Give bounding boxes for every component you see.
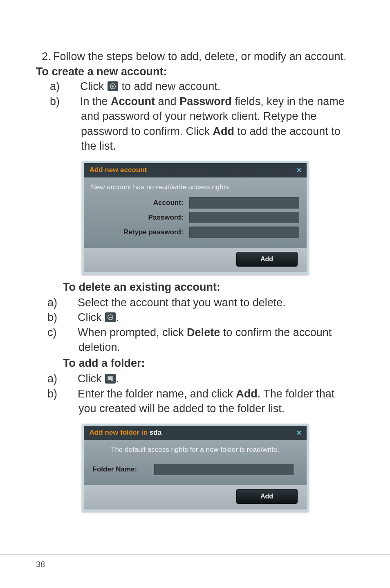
- label-account: Account:: [91, 199, 189, 207]
- step-text: Follow the steps below to add, delete, o…: [53, 50, 346, 63]
- dialog-title: Add new account: [90, 166, 147, 174]
- page-number: 38: [0, 554, 390, 569]
- dialog-title: Add new folder in sda: [90, 429, 162, 437]
- heading-create-account: To create a new account:: [36, 65, 354, 78]
- dialog-add-folder: Add new folder in sda × The default acce…: [82, 424, 309, 512]
- close-icon[interactable]: ×: [297, 166, 302, 175]
- remove-account-icon: [105, 312, 116, 322]
- retype-password-input[interactable]: [189, 227, 299, 238]
- heading-add-folder: To add a folder:: [63, 357, 354, 370]
- step-2: 2.Follow the steps below to add, delete,…: [36, 49, 354, 64]
- delete-step-c: c)When prompted, click Delete to confirm…: [63, 325, 354, 355]
- label-folder-name: Folder Name:: [91, 465, 154, 474]
- add-account-icon: [108, 81, 118, 91]
- dialog-titlebar: Add new account ×: [82, 161, 309, 177]
- heading-delete-account: To delete an existing account:: [63, 281, 354, 294]
- create-step-a: a)Click to add new account.: [65, 79, 354, 94]
- step-number: 2.: [42, 49, 53, 64]
- delete-step-a: a)Select the account that you want to de…: [63, 295, 354, 310]
- dialog-message: New account has no read/write access rig…: [91, 183, 299, 191]
- folder-step-a: a)Click .: [63, 371, 354, 386]
- close-icon[interactable]: ×: [297, 428, 302, 438]
- label-retype-password: Retype password:: [91, 228, 189, 236]
- dialog-message: The default access rights for a new fold…: [91, 446, 299, 454]
- add-button[interactable]: Add: [236, 489, 298, 504]
- label-password: Password:: [91, 213, 189, 222]
- dialog-add-account: Add new account × New account has no rea…: [82, 161, 309, 274]
- dialog-titlebar: Add new folder in sda ×: [82, 424, 309, 440]
- delete-step-b: b)Click .: [63, 310, 354, 325]
- password-input[interactable]: [189, 212, 299, 223]
- add-folder-icon: [105, 374, 116, 384]
- account-input[interactable]: [189, 197, 299, 209]
- create-step-b: b)In the Account and Password fields, ke…: [65, 94, 354, 154]
- folder-step-b: b)Enter the folder name, and click Add. …: [63, 386, 354, 416]
- add-button[interactable]: Add: [236, 252, 298, 267]
- folder-name-input[interactable]: [154, 464, 294, 475]
